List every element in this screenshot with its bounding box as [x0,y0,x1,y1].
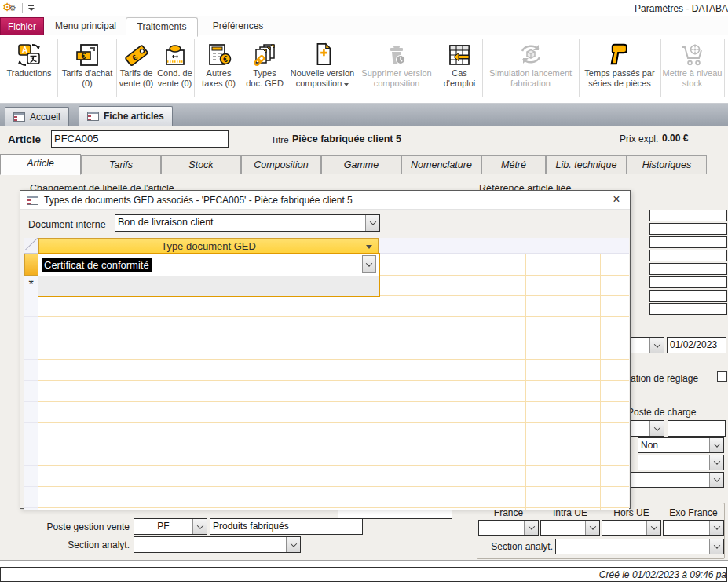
tab-article[interactable]: Article [0,154,81,175]
tab-historiques[interactable]: Historiques [627,155,707,174]
grid-header-filler [379,238,629,254]
tab-lib-technique[interactable]: Lib. technique [546,155,627,174]
mettre-a-niveau-stock-button: Mettre à niveau stock [662,38,723,100]
autres-taxes-button[interactable]: € Autres taxes (0) [196,38,241,100]
linked-docs-icon [251,38,278,67]
doc-plus-icon [311,38,335,67]
nouvelle-version-composition-button[interactable]: Nouvelle version composition [288,38,357,100]
tab-composition[interactable]: Composition [241,155,321,174]
empty-combo[interactable] [631,472,724,488]
field-input[interactable] [649,303,727,315]
document-interne-combo[interactable]: Bon de livraison client [115,214,380,232]
poste-gestion-vente-name-input[interactable]: Produits fabriqués [210,518,363,535]
field-input[interactable] [649,250,727,261]
titre-label: Titre [271,135,289,144]
ribbon-separator [287,39,287,97]
tax-header-exo-france: Exo France [662,507,725,518]
section-analyt-right-combo[interactable] [555,539,724,554]
field-input[interactable] [649,263,727,275]
grid-row-selector-strip[interactable] [24,296,38,510]
article-title: Pièce fabriquée client 5 [292,133,401,144]
field-input[interactable] [649,210,727,221]
ribbon-tab-strip: Fichier Menu principal Traitements Préfé… [0,16,728,35]
chevron-down-icon [646,521,660,535]
doc-tab-accueil[interactable]: Accueil [5,107,69,126]
form-icon [27,196,38,205]
date-input[interactable]: 01/02/2023 [667,337,726,353]
reglage-label: ation de réglage [631,373,698,384]
field-input[interactable] [649,276,727,288]
form-bottom-divider [0,560,728,561]
cart-target-icon [679,38,706,67]
ribbon-tab-menu-principal[interactable]: Menu principal [49,17,122,35]
chevron-down-icon [649,421,664,436]
filter-caret-icon[interactable] [366,245,372,249]
tax-exo-france-combo[interactable] [663,520,724,536]
barcode-scanner-icon [608,38,631,67]
purchase-price-icon: € [75,38,100,67]
field-input[interactable] [649,290,727,302]
chevron-down-icon [709,473,723,487]
cas-emploi-button[interactable]: Cas d'emploi [438,38,481,100]
app-gears-small-icon: ⚙ [9,4,16,13]
chevron-down-icon[interactable] [362,255,376,273]
grid-new-row-selector[interactable]: * [24,276,38,296]
types-doc-ged-dialog: Types de documents GED associés - 'PFCA0… [20,190,631,509]
tab-nomenclature[interactable]: Nomenclature [401,155,481,174]
dialog-titlebar[interactable]: Types de documents GED associés - 'PFCA0… [20,191,630,210]
article-code-input[interactable]: PFCA005 [51,130,229,148]
ribbon-separator [660,39,661,97]
chevron-down-icon [709,521,723,535]
poste-de-charge-label: Poste de charge [627,407,696,418]
ribbon-separator [243,39,243,97]
grid-select-all-corner[interactable] [24,238,38,254]
cond-vente-button[interactable]: Cond. de vente (0) [156,38,193,100]
section-analyt-combo[interactable] [134,536,301,553]
poste-gestion-vente-label: Poste gestion vente [24,521,130,532]
reglage-checkbox[interactable] [717,371,727,382]
sale-price-tag-icon: € [123,38,150,67]
package-icon [163,38,188,67]
poste-gestion-vente-combo[interactable]: PF [134,518,207,535]
empty-combo[interactable] [638,455,724,470]
document-interne-label: Document interne [28,219,106,230]
grid-column-header[interactable]: Type document GED [38,238,379,254]
non-combo[interactable]: Non [638,437,724,453]
ribbon-tab-fichier[interactable]: Fichier [0,17,44,35]
selected-cell-text[interactable]: Certificat de conformité [42,258,152,272]
traductions-button[interactable]: A Traductions [2,38,57,100]
chevron-down-icon [649,338,664,353]
close-icon[interactable]: × [609,192,624,207]
status-bar: Créé le 01/02/2023 à 09:46 pa [0,567,727,582]
document-tab-strip: Accueil Fiche articles [0,104,728,126]
chevron-down-icon [286,537,300,552]
doc-tab-fiche-articles[interactable]: Fiche articles [79,106,173,126]
chevron-down-icon [524,521,538,535]
tab-tarifs[interactable]: Tarifs [81,155,161,174]
tab-stock[interactable]: Stock [161,155,241,174]
qat-customize-icon[interactable] [28,5,35,11]
tarifs-vente-button[interactable]: € Tarifs de vente (0) [118,38,155,100]
tab-metre[interactable]: Métré [481,155,546,174]
ribbon-separator [116,39,117,97]
poste-charge-input[interactable] [668,420,726,437]
field-input[interactable] [649,223,727,235]
field-input[interactable] [649,236,727,248]
types-doc-ged-button[interactable]: Types doc. GED [244,38,285,100]
grid-row[interactable]: Certificat de conformité [38,254,379,276]
taxes-calculator-icon: € [207,38,232,67]
temps-passes-button[interactable]: Temps passés par séries de pièces [580,38,659,100]
dialog-title: Types de documents GED associés - 'PFCA0… [44,195,353,206]
tab-gamme[interactable]: Gamme [321,155,401,174]
tarifs-achat-button[interactable]: € Tarifs d'achat (0) [60,38,115,100]
tax-france-combo[interactable] [478,520,539,536]
tax-hors-ue-combo[interactable] [602,520,661,536]
ribbon-tab-traitements[interactable]: Traitements [126,17,198,37]
ribbon-separator [57,39,58,97]
grid-empty-rows[interactable] [38,296,629,510]
supprimer-version-composition-button: Supprimer version composition [358,38,435,100]
tax-intra-ue-combo[interactable] [540,520,600,536]
grid-new-row[interactable] [38,276,379,296]
ribbon-tab-preferences[interactable]: Préférences [202,17,274,35]
grid-active-row-selector[interactable] [24,254,38,276]
